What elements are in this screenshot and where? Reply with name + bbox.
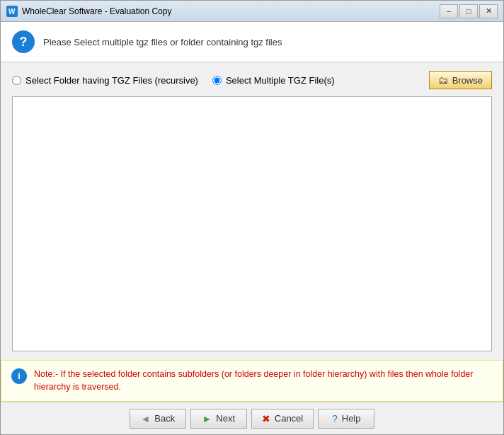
header-text: Please Select multiple tgz files or fold…: [43, 37, 282, 47]
next-icon: ►: [202, 413, 212, 424]
main-section: Select Folder having TGZ Files (recursiv…: [1, 62, 503, 360]
radio-folder[interactable]: [12, 76, 21, 85]
app-icon: W: [6, 6, 18, 17]
help-label: Help: [342, 413, 361, 424]
radio-row: Select Folder having TGZ Files (recursiv…: [12, 71, 492, 89]
minimize-button[interactable]: −: [440, 4, 458, 18]
radio-files[interactable]: [212, 76, 222, 85]
next-label: Next: [216, 413, 235, 424]
window-title: WholeClear Software - Evaluation Copy: [22, 6, 440, 16]
title-bar: W WholeClear Software - Evaluation Copy …: [1, 1, 503, 22]
radio-option-files[interactable]: Select Multiple TGZ File(s): [212, 75, 335, 86]
back-icon: ◄: [140, 413, 150, 424]
footer-bar: ◄ Back ► Next ✖ Cancel ? Help: [1, 402, 503, 434]
cancel-button[interactable]: ✖ Cancel: [251, 409, 314, 429]
note-text: Note:- If the selected folder contains s…: [34, 368, 493, 395]
back-button[interactable]: ◄ Back: [130, 409, 186, 429]
file-list-box[interactable]: [12, 96, 492, 351]
close-button[interactable]: ✕: [479, 4, 498, 18]
main-window: W WholeClear Software - Evaluation Copy …: [0, 0, 504, 435]
note-section: i Note:- If the selected folder contains…: [1, 360, 503, 402]
radio-folder-label: Select Folder having TGZ Files (recursiv…: [25, 75, 198, 86]
browse-icon: 🗂: [438, 74, 448, 86]
next-button[interactable]: ► Next: [190, 409, 247, 429]
browse-button[interactable]: 🗂 Browse: [429, 71, 492, 89]
browse-label: Browse: [452, 75, 483, 86]
radio-option-folder[interactable]: Select Folder having TGZ Files (recursiv…: [12, 75, 198, 86]
info-icon: i: [11, 368, 27, 384]
cancel-label: Cancel: [275, 413, 303, 424]
help-icon: ?: [332, 413, 338, 424]
back-label: Back: [154, 413, 175, 424]
question-icon: ?: [12, 30, 35, 53]
header-section: ? Please Select multiple tgz files or fo…: [1, 22, 503, 62]
radio-files-label: Select Multiple TGZ File(s): [226, 75, 335, 86]
maximize-button[interactable]: □: [459, 4, 478, 18]
window-controls: − □ ✕: [440, 4, 498, 18]
content-area: ? Please Select multiple tgz files or fo…: [1, 22, 503, 434]
help-button[interactable]: ? Help: [318, 409, 374, 429]
svg-text:W: W: [8, 8, 16, 16]
cancel-icon: ✖: [262, 413, 270, 424]
